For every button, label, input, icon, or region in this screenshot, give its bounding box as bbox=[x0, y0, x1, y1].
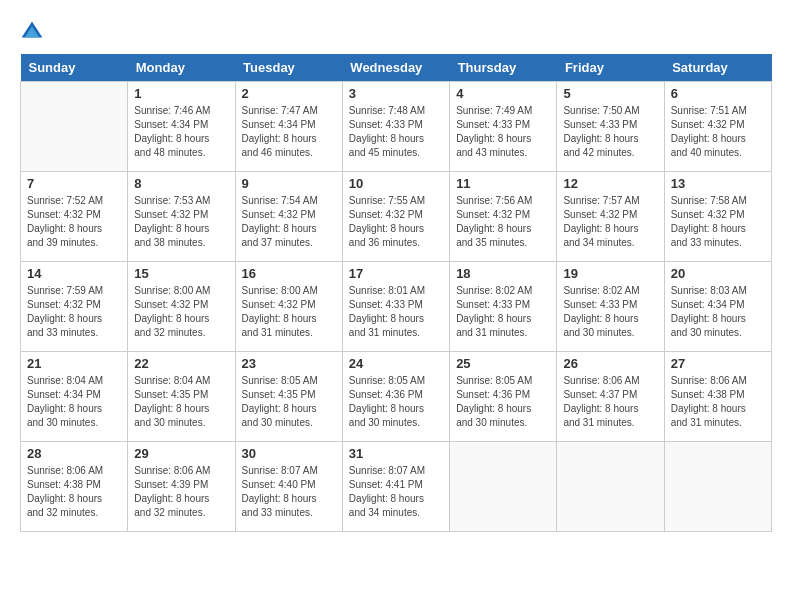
day-number: 21 bbox=[27, 356, 121, 371]
day-number: 5 bbox=[563, 86, 657, 101]
day-number: 12 bbox=[563, 176, 657, 191]
day-number: 23 bbox=[242, 356, 336, 371]
calendar-cell: 24Sunrise: 8:05 AM Sunset: 4:36 PM Dayli… bbox=[342, 352, 449, 442]
calendar-table: SundayMondayTuesdayWednesdayThursdayFrid… bbox=[20, 54, 772, 532]
day-number: 7 bbox=[27, 176, 121, 191]
day-info: Sunrise: 8:06 AM Sunset: 4:38 PM Dayligh… bbox=[27, 464, 121, 520]
calendar-week-row: 1Sunrise: 7:46 AM Sunset: 4:34 PM Daylig… bbox=[21, 82, 772, 172]
day-number: 17 bbox=[349, 266, 443, 281]
day-number: 20 bbox=[671, 266, 765, 281]
day-info: Sunrise: 8:06 AM Sunset: 4:37 PM Dayligh… bbox=[563, 374, 657, 430]
day-number: 6 bbox=[671, 86, 765, 101]
day-info: Sunrise: 8:05 AM Sunset: 4:35 PM Dayligh… bbox=[242, 374, 336, 430]
calendar-cell: 14Sunrise: 7:59 AM Sunset: 4:32 PM Dayli… bbox=[21, 262, 128, 352]
day-number: 11 bbox=[456, 176, 550, 191]
day-info: Sunrise: 7:56 AM Sunset: 4:32 PM Dayligh… bbox=[456, 194, 550, 250]
calendar-header-saturday: Saturday bbox=[664, 54, 771, 82]
day-info: Sunrise: 8:01 AM Sunset: 4:33 PM Dayligh… bbox=[349, 284, 443, 340]
calendar-week-row: 14Sunrise: 7:59 AM Sunset: 4:32 PM Dayli… bbox=[21, 262, 772, 352]
calendar-cell: 3Sunrise: 7:48 AM Sunset: 4:33 PM Daylig… bbox=[342, 82, 449, 172]
day-number: 13 bbox=[671, 176, 765, 191]
day-info: Sunrise: 8:00 AM Sunset: 4:32 PM Dayligh… bbox=[242, 284, 336, 340]
day-info: Sunrise: 7:46 AM Sunset: 4:34 PM Dayligh… bbox=[134, 104, 228, 160]
day-number: 19 bbox=[563, 266, 657, 281]
day-number: 30 bbox=[242, 446, 336, 461]
logo-icon bbox=[20, 20, 44, 44]
calendar-cell: 13Sunrise: 7:58 AM Sunset: 4:32 PM Dayli… bbox=[664, 172, 771, 262]
calendar-cell: 10Sunrise: 7:55 AM Sunset: 4:32 PM Dayli… bbox=[342, 172, 449, 262]
calendar-cell bbox=[450, 442, 557, 532]
day-info: Sunrise: 7:50 AM Sunset: 4:33 PM Dayligh… bbox=[563, 104, 657, 160]
day-number: 10 bbox=[349, 176, 443, 191]
day-number: 16 bbox=[242, 266, 336, 281]
calendar-header-tuesday: Tuesday bbox=[235, 54, 342, 82]
day-info: Sunrise: 7:51 AM Sunset: 4:32 PM Dayligh… bbox=[671, 104, 765, 160]
day-info: Sunrise: 8:02 AM Sunset: 4:33 PM Dayligh… bbox=[563, 284, 657, 340]
calendar-header-friday: Friday bbox=[557, 54, 664, 82]
day-info: Sunrise: 8:07 AM Sunset: 4:41 PM Dayligh… bbox=[349, 464, 443, 520]
calendar-cell: 11Sunrise: 7:56 AM Sunset: 4:32 PM Dayli… bbox=[450, 172, 557, 262]
calendar-cell: 23Sunrise: 8:05 AM Sunset: 4:35 PM Dayli… bbox=[235, 352, 342, 442]
calendar-cell: 30Sunrise: 8:07 AM Sunset: 4:40 PM Dayli… bbox=[235, 442, 342, 532]
day-info: Sunrise: 7:54 AM Sunset: 4:32 PM Dayligh… bbox=[242, 194, 336, 250]
calendar-cell: 9Sunrise: 7:54 AM Sunset: 4:32 PM Daylig… bbox=[235, 172, 342, 262]
day-number: 27 bbox=[671, 356, 765, 371]
day-number: 4 bbox=[456, 86, 550, 101]
day-info: Sunrise: 7:48 AM Sunset: 4:33 PM Dayligh… bbox=[349, 104, 443, 160]
calendar-header-wednesday: Wednesday bbox=[342, 54, 449, 82]
calendar-cell: 25Sunrise: 8:05 AM Sunset: 4:36 PM Dayli… bbox=[450, 352, 557, 442]
calendar-cell: 4Sunrise: 7:49 AM Sunset: 4:33 PM Daylig… bbox=[450, 82, 557, 172]
calendar-cell: 20Sunrise: 8:03 AM Sunset: 4:34 PM Dayli… bbox=[664, 262, 771, 352]
calendar-cell: 12Sunrise: 7:57 AM Sunset: 4:32 PM Dayli… bbox=[557, 172, 664, 262]
day-info: Sunrise: 7:47 AM Sunset: 4:34 PM Dayligh… bbox=[242, 104, 336, 160]
day-info: Sunrise: 8:05 AM Sunset: 4:36 PM Dayligh… bbox=[349, 374, 443, 430]
calendar-week-row: 21Sunrise: 8:04 AM Sunset: 4:34 PM Dayli… bbox=[21, 352, 772, 442]
calendar-cell: 19Sunrise: 8:02 AM Sunset: 4:33 PM Dayli… bbox=[557, 262, 664, 352]
calendar-cell: 7Sunrise: 7:52 AM Sunset: 4:32 PM Daylig… bbox=[21, 172, 128, 262]
day-number: 15 bbox=[134, 266, 228, 281]
calendar-cell: 31Sunrise: 8:07 AM Sunset: 4:41 PM Dayli… bbox=[342, 442, 449, 532]
day-number: 8 bbox=[134, 176, 228, 191]
calendar-cell: 22Sunrise: 8:04 AM Sunset: 4:35 PM Dayli… bbox=[128, 352, 235, 442]
day-info: Sunrise: 8:03 AM Sunset: 4:34 PM Dayligh… bbox=[671, 284, 765, 340]
calendar-cell: 8Sunrise: 7:53 AM Sunset: 4:32 PM Daylig… bbox=[128, 172, 235, 262]
day-info: Sunrise: 7:55 AM Sunset: 4:32 PM Dayligh… bbox=[349, 194, 443, 250]
day-info: Sunrise: 8:06 AM Sunset: 4:39 PM Dayligh… bbox=[134, 464, 228, 520]
day-number: 26 bbox=[563, 356, 657, 371]
calendar-week-row: 28Sunrise: 8:06 AM Sunset: 4:38 PM Dayli… bbox=[21, 442, 772, 532]
day-number: 31 bbox=[349, 446, 443, 461]
calendar-cell bbox=[557, 442, 664, 532]
calendar-cell: 16Sunrise: 8:00 AM Sunset: 4:32 PM Dayli… bbox=[235, 262, 342, 352]
day-info: Sunrise: 7:53 AM Sunset: 4:32 PM Dayligh… bbox=[134, 194, 228, 250]
day-info: Sunrise: 8:04 AM Sunset: 4:34 PM Dayligh… bbox=[27, 374, 121, 430]
calendar-cell: 28Sunrise: 8:06 AM Sunset: 4:38 PM Dayli… bbox=[21, 442, 128, 532]
day-number: 3 bbox=[349, 86, 443, 101]
calendar-cell: 17Sunrise: 8:01 AM Sunset: 4:33 PM Dayli… bbox=[342, 262, 449, 352]
calendar-header-row: SundayMondayTuesdayWednesdayThursdayFrid… bbox=[21, 54, 772, 82]
calendar-cell: 5Sunrise: 7:50 AM Sunset: 4:33 PM Daylig… bbox=[557, 82, 664, 172]
day-info: Sunrise: 7:52 AM Sunset: 4:32 PM Dayligh… bbox=[27, 194, 121, 250]
day-info: Sunrise: 7:59 AM Sunset: 4:32 PM Dayligh… bbox=[27, 284, 121, 340]
calendar-cell: 21Sunrise: 8:04 AM Sunset: 4:34 PM Dayli… bbox=[21, 352, 128, 442]
calendar-cell: 18Sunrise: 8:02 AM Sunset: 4:33 PM Dayli… bbox=[450, 262, 557, 352]
page-header bbox=[20, 20, 772, 44]
day-number: 1 bbox=[134, 86, 228, 101]
calendar-week-row: 7Sunrise: 7:52 AM Sunset: 4:32 PM Daylig… bbox=[21, 172, 772, 262]
calendar-cell bbox=[21, 82, 128, 172]
day-info: Sunrise: 8:00 AM Sunset: 4:32 PM Dayligh… bbox=[134, 284, 228, 340]
calendar-cell: 15Sunrise: 8:00 AM Sunset: 4:32 PM Dayli… bbox=[128, 262, 235, 352]
calendar-cell bbox=[664, 442, 771, 532]
calendar-cell: 2Sunrise: 7:47 AM Sunset: 4:34 PM Daylig… bbox=[235, 82, 342, 172]
calendar-header-sunday: Sunday bbox=[21, 54, 128, 82]
calendar-cell: 6Sunrise: 7:51 AM Sunset: 4:32 PM Daylig… bbox=[664, 82, 771, 172]
day-number: 28 bbox=[27, 446, 121, 461]
calendar-cell: 29Sunrise: 8:06 AM Sunset: 4:39 PM Dayli… bbox=[128, 442, 235, 532]
day-info: Sunrise: 8:07 AM Sunset: 4:40 PM Dayligh… bbox=[242, 464, 336, 520]
day-number: 14 bbox=[27, 266, 121, 281]
day-number: 24 bbox=[349, 356, 443, 371]
day-info: Sunrise: 7:49 AM Sunset: 4:33 PM Dayligh… bbox=[456, 104, 550, 160]
calendar-header-monday: Monday bbox=[128, 54, 235, 82]
day-number: 2 bbox=[242, 86, 336, 101]
day-info: Sunrise: 8:05 AM Sunset: 4:36 PM Dayligh… bbox=[456, 374, 550, 430]
day-info: Sunrise: 7:58 AM Sunset: 4:32 PM Dayligh… bbox=[671, 194, 765, 250]
